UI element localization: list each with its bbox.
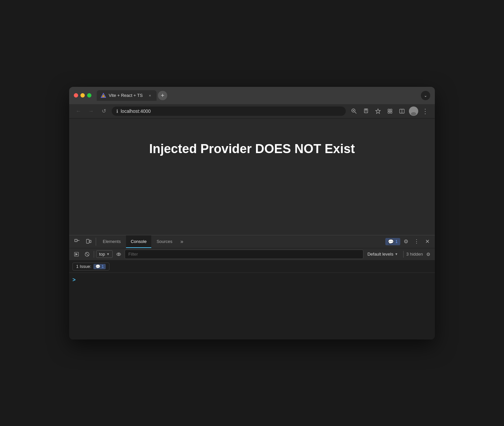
inspect-element-icon[interactable] [72,235,82,248]
back-button[interactable]: ← [74,106,83,116]
tab-title: Vite + React + TS [109,93,145,98]
share-icon[interactable] [361,106,371,116]
page-heading: Injected Provider DOES NOT Exist [149,142,355,156]
console-sep-1 [94,251,94,258]
svg-point-16 [411,112,416,115]
svg-rect-20 [90,240,91,243]
devtools-panel: Elements Console Sources » 💬 1 ⚙ ⋮ ✕ [69,235,435,339]
console-toolbar: top ▼ Default levels ▼ 3 hidden ⚙ [69,248,435,261]
address-actions: ⋮ [349,106,430,116]
issues-badge[interactable]: 💬 1 [385,238,400,245]
console-body: > [69,273,435,339]
default-levels-button[interactable]: Default levels ▼ [365,251,401,258]
console-settings-icon[interactable]: ⚙ [424,250,432,258]
info-icon: ℹ [116,108,118,114]
bookmark-star-icon[interactable] [373,106,383,116]
issue-badge-count: 1 [102,264,104,269]
svg-line-24 [86,253,89,256]
browser-window: Vite + React + TS × + ⌄ ← → ↺ ℹ localhos… [69,87,435,339]
device-toolbar-icon[interactable] [83,235,94,248]
reload-button[interactable]: ↺ [99,106,108,116]
active-tab[interactable]: Vite + React + TS × [97,90,157,101]
top-label: top [99,252,105,257]
split-view-icon[interactable] [397,106,407,116]
issue-badge: 💬 1 [93,264,106,269]
address-text: localhost:4000 [121,108,341,114]
top-dropdown-arrow: ▼ [106,252,110,256]
browser-content: Injected Provider DOES NOT Exist [69,118,435,235]
issue-item[interactable]: 1 Issue: 💬 1 [72,263,109,271]
svg-line-3 [355,112,356,113]
vite-icon [101,93,106,98]
svg-rect-12 [390,111,392,113]
devtools-right-actions: 💬 1 ⚙ ⋮ ✕ [385,237,432,247]
top-context-selector[interactable]: top ▼ [96,250,113,258]
eye-icon[interactable] [114,250,123,259]
issues-bar: 1 Issue: 💬 1 [69,261,435,273]
run-script-icon[interactable] [72,250,81,259]
default-levels-arrow: ▼ [395,252,398,256]
address-input-wrapper[interactable]: ℹ localhost:4000 [112,106,346,116]
tab-console[interactable]: Console [126,235,151,248]
block-icon[interactable] [82,250,92,259]
extensions-puzzle-icon[interactable] [385,106,395,116]
tab-bar: Vite + React + TS × + [97,90,418,101]
tab-overflow-button[interactable]: ⌄ [421,91,430,100]
issues-badge-count: 1 [395,239,398,244]
svg-marker-22 [75,253,78,256]
svg-rect-17 [75,239,77,242]
issues-bar-label: 1 Issue: [76,264,91,269]
pipe-sep [403,251,404,258]
svg-rect-10 [390,109,392,111]
avatar[interactable] [409,106,418,116]
more-tabs-icon[interactable]: » [178,235,186,248]
devtools-sep-1 [96,238,96,246]
address-bar: ← → ↺ ℹ localhost:4000 [69,104,435,118]
title-bar: Vite + React + TS × + ⌄ [69,87,435,104]
svg-point-25 [117,253,121,256]
maximize-button[interactable] [87,93,91,98]
hidden-count: 3 hidden [406,252,423,257]
console-prompt[interactable]: > [72,276,432,284]
zoom-icon[interactable] [349,106,359,116]
svg-rect-9 [388,109,390,111]
devtools-tabs: Elements Console Sources » 💬 1 ⚙ ⋮ ✕ [69,235,435,248]
minimize-button[interactable] [80,93,85,98]
svg-rect-11 [388,111,390,113]
close-button[interactable] [74,93,78,98]
tab-elements[interactable]: Elements [98,235,125,248]
devtools-settings-icon[interactable]: ⚙ [401,237,411,247]
tab-sources[interactable]: Sources [152,235,177,248]
svg-point-26 [118,254,119,255]
issues-badge-icon: 💬 [388,239,394,244]
devtools-close-icon[interactable]: ✕ [422,237,432,247]
svg-rect-19 [86,239,89,243]
default-levels-label: Default levels [367,252,393,257]
forward-button[interactable]: → [86,106,96,116]
issue-badge-icon: 💬 [95,264,100,269]
devtools-more-icon[interactable]: ⋮ [412,237,422,247]
new-tab-button[interactable]: + [158,91,167,100]
console-chevron: > [72,277,75,283]
console-filter-input[interactable] [125,250,363,259]
more-options-icon[interactable]: ⋮ [420,106,430,116]
svg-marker-8 [376,109,380,113]
traffic-lights [74,93,91,98]
tab-close-button[interactable]: × [147,93,153,98]
svg-point-15 [412,108,415,112]
